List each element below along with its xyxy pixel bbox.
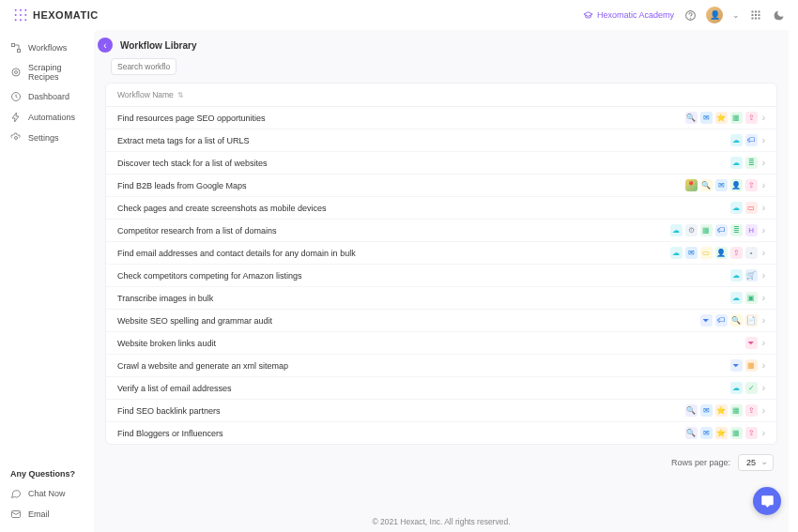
- svg-point-7: [20, 19, 22, 21]
- row-icons: ☁▭›: [730, 202, 765, 214]
- pager-label: Rows per page:: [671, 458, 730, 467]
- email-link[interactable]: Email: [0, 504, 94, 524]
- sidebar-item-recipes[interactable]: Scraping Recipes: [0, 58, 94, 86]
- workflow-name: Discover tech stack for a list of websit…: [117, 159, 730, 168]
- workflow-name: Check competitors competing for Amazon l…: [117, 271, 730, 281]
- workflow-badge-user-icon: 👤: [715, 247, 728, 259]
- table-row[interactable]: Crawl a website and generate an xml site…: [106, 355, 776, 377]
- workflow-badge-gear-icon: ⚙: [685, 224, 698, 236]
- chat-now-link[interactable]: Chat Now: [0, 483, 94, 504]
- table-row[interactable]: Find resources page SEO opportunities🔍✉⭐…: [106, 107, 776, 129]
- sidebar-item-workflows[interactable]: Workflows: [0, 38, 94, 58]
- workflow-name: Check pages and create screenshots as mo…: [117, 204, 730, 213]
- search-input[interactable]: [111, 58, 176, 75]
- sidebar-bottom: Any Questions? Chat Now Email: [0, 464, 94, 524]
- workflow-badge-grid-icon: ▦: [700, 224, 713, 236]
- help-icon[interactable]: [683, 8, 697, 22]
- col-name: Workflow Name: [117, 90, 174, 99]
- svg-point-25: [15, 137, 18, 140]
- svg-rect-16: [759, 14, 760, 16]
- automations-icon: [10, 112, 22, 123]
- row-icons: ⏷🏷🔍📄›: [700, 314, 765, 327]
- svg-point-5: [24, 14, 26, 16]
- page-title: Workflow Library: [120, 40, 197, 51]
- workflow-badge-tag-icon: 🏷: [745, 134, 758, 146]
- logo[interactable]: HEXOMATIC: [13, 8, 99, 23]
- workflow-name: Verify a list of email addresses: [117, 384, 730, 393]
- svg-point-8: [24, 19, 26, 21]
- row-icons: ☁✓›: [730, 382, 765, 394]
- workflow-badge-grid-icon: ▦: [730, 427, 743, 439]
- workflow-badge-cloud-icon: ☁: [730, 202, 743, 214]
- apps-grid-icon[interactable]: [749, 8, 762, 22]
- page-header: ‹ Workflow Library: [94, 30, 789, 58]
- table-row[interactable]: Website broken links audit⏷›: [106, 332, 776, 355]
- row-icons: ☁⚙▦🏷≣H›: [670, 224, 765, 236]
- workflow-badge-map-icon: 📍: [685, 179, 698, 191]
- sort-icon: ⇅: [177, 91, 184, 99]
- sidebar-item-automations[interactable]: Automations: [0, 107, 94, 128]
- chevron-right-icon: ›: [762, 225, 765, 236]
- back-button[interactable]: ‹: [98, 38, 113, 53]
- settings-icon: [10, 132, 22, 144]
- table-row[interactable]: Verify a list of email addresses☁✓›: [106, 377, 776, 400]
- svg-rect-12: [755, 11, 757, 13]
- table-row[interactable]: Transcribe images in bulk☁▣›: [106, 287, 776, 310]
- svg-rect-11: [752, 11, 754, 13]
- table-row[interactable]: Find email addresses and contact details…: [106, 242, 776, 265]
- workflow-badge-mail-icon: ✉: [700, 112, 713, 124]
- svg-point-4: [20, 14, 22, 16]
- table-row[interactable]: Website SEO spelling and grammar audit⏷🏷…: [106, 310, 776, 332]
- table-row[interactable]: Check competitors competing for Amazon l…: [106, 265, 776, 287]
- table-row[interactable]: Find B2B leads from Google Maps📍🔍✉👤⇪›: [106, 175, 776, 197]
- table-header[interactable]: Workflow Name ⇅: [106, 84, 776, 107]
- dashboard-icon: [10, 91, 22, 102]
- academy-link[interactable]: Hexomatic Academy: [583, 10, 674, 21]
- workflow-badge-mail-icon: ✉: [715, 179, 728, 191]
- row-icons: 🔍✉⭐▦⇪›: [685, 427, 765, 439]
- table-row[interactable]: Check pages and create screenshots as mo…: [106, 197, 776, 220]
- table-row[interactable]: Find SEO backlink partners🔍✉⭐▦⇪›: [106, 400, 776, 422]
- row-icons: 📍🔍✉👤⇪›: [685, 179, 765, 191]
- sidebar-label: Email: [28, 509, 50, 519]
- dark-mode-icon[interactable]: [772, 8, 785, 22]
- workflow-badge-search-icon: 🔍: [685, 112, 698, 124]
- workflow-badge-stack-icon: ≣: [730, 224, 743, 236]
- svg-rect-21: [18, 50, 21, 53]
- workflow-name: Find Bloggers or Influencers: [117, 429, 685, 438]
- chat-fab[interactable]: [753, 487, 781, 515]
- workflow-badge-star-icon: ⭐: [715, 112, 728, 124]
- table-row[interactable]: Discover tech stack for a list of websit…: [106, 152, 776, 175]
- table-row[interactable]: Find Bloggers or Influencers🔍✉⭐▦⇪›: [106, 422, 776, 444]
- svg-point-22: [15, 71, 18, 74]
- questions-heading: Any Questions?: [0, 464, 94, 483]
- app-header: HEXOMATIC Hexomatic Academy 👤 ⌄: [0, 0, 798, 30]
- workflow-badge-h-icon: H: [745, 224, 758, 236]
- avatar-chevron-icon[interactable]: ⌄: [732, 10, 740, 20]
- table-row[interactable]: Competitor research from a list of domai…: [106, 220, 776, 242]
- rows-per-page-select[interactable]: 25: [738, 454, 774, 471]
- sidebar-item-dashboard[interactable]: Dashboard: [0, 86, 94, 107]
- workflow-badge-search-y-icon: 🔍: [700, 179, 713, 191]
- svg-point-10: [690, 18, 691, 19]
- svg-rect-20: [12, 44, 15, 47]
- avatar[interactable]: 👤: [706, 7, 723, 23]
- workflow-badge-dot-icon: •: [745, 247, 758, 259]
- sidebar-item-settings[interactable]: Settings: [0, 128, 94, 148]
- svg-point-0: [15, 9, 17, 11]
- workflow-badge-cart-icon: 🛒: [745, 269, 758, 281]
- workflow-table: Workflow Name ⇅ Find resources page SEO …: [105, 83, 777, 445]
- row-icons: 🔍✉⭐▦⇪›: [685, 112, 765, 124]
- svg-rect-17: [752, 18, 754, 20]
- svg-point-1: [20, 9, 22, 11]
- svg-rect-19: [759, 18, 760, 20]
- sidebar-label: Settings: [28, 133, 59, 143]
- workflow-badge-grid-icon: ▦: [730, 112, 743, 124]
- row-icons: ☁✉▭👤⇪•›: [670, 247, 765, 259]
- workflow-name: Find email addresses and contact details…: [117, 249, 670, 258]
- table-row[interactable]: Extract meta tags for a list of URLS☁🏷›: [106, 129, 776, 152]
- sidebar-label: Scraping Recipes: [28, 63, 84, 82]
- workflow-badge-cloud-icon: ☁: [730, 134, 743, 146]
- workflow-badge-mail-icon: ✉: [700, 427, 713, 439]
- main-content: ‹ Workflow Library Workflow Name ⇅ Find …: [94, 30, 789, 532]
